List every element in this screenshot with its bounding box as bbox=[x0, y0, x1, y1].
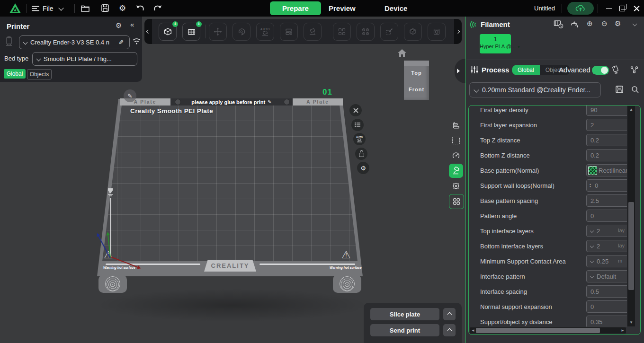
param-spinner-field[interactable]: ▴▾0 bbox=[586, 179, 627, 192]
send-print-button[interactable]: Send print bbox=[370, 324, 439, 336]
filament-dropdown-arrow-icon[interactable]: ▼ bbox=[517, 45, 520, 49]
param-input-field[interactable]: 90 bbox=[586, 106, 627, 116]
support-tool-button[interactable] bbox=[449, 164, 463, 178]
horizontal-scrollbar[interactable]: ◄ ► bbox=[470, 327, 626, 334]
orientation-cube-front-label[interactable]: Front bbox=[404, 87, 429, 92]
scroll-right-arrow-icon[interactable]: ► bbox=[621, 329, 625, 333]
rotate-button[interactable] bbox=[233, 23, 250, 41]
file-menu-chevron-icon[interactable] bbox=[58, 5, 63, 10]
param-input-field[interactable]: 0.35 bbox=[586, 316, 627, 327]
param-input-field[interactable]: 0.2 bbox=[586, 134, 627, 146]
save-icon[interactable] bbox=[101, 4, 109, 12]
param-pattern-field[interactable]: Rectilinear bbox=[586, 164, 627, 176]
add-plate-button[interactable]: + bbox=[182, 23, 200, 41]
delete-plate-button[interactable] bbox=[349, 104, 362, 117]
remove-filament-icon[interactable]: ⊖ bbox=[601, 19, 608, 28]
param-select-field[interactable]: 2lay bbox=[586, 240, 627, 252]
scroll-left-arrow-icon[interactable]: ◄ bbox=[471, 329, 475, 333]
move-button[interactable] bbox=[209, 23, 227, 41]
param-input-field[interactable]: 0 bbox=[586, 210, 627, 222]
home-view-icon[interactable] bbox=[397, 49, 407, 58]
save-preset-icon[interactable] bbox=[615, 85, 624, 94]
printer-scope-tab-global[interactable]: Global bbox=[4, 69, 26, 79]
auto-orient-button[interactable]: AUTO bbox=[256, 23, 274, 41]
settings-gear-icon[interactable]: ⚙ bbox=[119, 3, 126, 13]
param-select-field[interactable]: Default bbox=[586, 270, 627, 282]
collapse-panel-icon[interactable]: « bbox=[130, 20, 134, 28]
param-input-field[interactable]: 0.2 bbox=[586, 149, 627, 161]
flush-faucet-icon[interactable] bbox=[571, 20, 579, 29]
param-select-field[interactable]: 2lay bbox=[586, 225, 627, 237]
param-input-field[interactable]: 2 bbox=[586, 119, 627, 131]
ams-sync-icon[interactable] bbox=[554, 20, 564, 29]
tab-preview[interactable]: Preview bbox=[329, 4, 356, 12]
plate-edit-button[interactable]: ✎ bbox=[124, 89, 136, 102]
horizontal-scrollbar-thumb[interactable] bbox=[476, 328, 600, 333]
printer-settings-gear-icon[interactable]: ⚙ bbox=[116, 21, 122, 30]
close-button[interactable] bbox=[630, 0, 643, 17]
search-parameters-icon[interactable] bbox=[631, 85, 639, 94]
plate-auto-orient-button[interactable]: AUTO bbox=[353, 132, 366, 146]
open-file-icon[interactable] bbox=[80, 4, 90, 12]
tab-prepare[interactable]: Prepare bbox=[270, 1, 321, 15]
process-preset-select[interactable]: 0.20mm Standard @Creality Ender... bbox=[469, 82, 601, 97]
split-to-parts-button[interactable] bbox=[357, 23, 375, 41]
minimize-button[interactable] bbox=[602, 0, 616, 17]
plate-settings-button[interactable]: ⚙ bbox=[357, 161, 370, 175]
param-input-field[interactable]: 2.5 bbox=[586, 194, 627, 207]
restore-button[interactable] bbox=[616, 0, 629, 17]
process-scope-global[interactable]: Global bbox=[512, 65, 540, 75]
filament-slot-1[interactable]: 1 Hyper PLA @... ▼ bbox=[480, 34, 511, 53]
file-menu[interactable]: File bbox=[32, 0, 54, 17]
seam-tool-button[interactable] bbox=[449, 179, 463, 193]
printer-panel: Printer ⚙ « Creality Ender-3 V3 SE 0.4 n… bbox=[0, 17, 142, 82]
assembly-view-button[interactable] bbox=[428, 23, 446, 41]
toolbar-scroll-right-button[interactable] bbox=[454, 19, 462, 44]
selection-tool-button[interactable] bbox=[449, 133, 463, 148]
orientation-cube[interactable]: Top Front bbox=[404, 61, 429, 100]
add-filament-icon[interactable]: ⊕ bbox=[587, 19, 593, 28]
send-options-button[interactable] bbox=[443, 324, 456, 336]
edit-printer-pencil-icon[interactable]: ✎ bbox=[118, 39, 124, 46]
param-select-field[interactable]: 0.25m bbox=[586, 255, 627, 267]
cloud-upload-button[interactable] bbox=[567, 2, 594, 15]
workflow-compare-icon[interactable] bbox=[630, 65, 639, 74]
undo-icon[interactable] bbox=[135, 4, 145, 12]
plate-settings-list-button[interactable] bbox=[351, 118, 364, 132]
panel-expand-handle[interactable] bbox=[455, 59, 465, 83]
toolbar-scroll-left-button[interactable] bbox=[144, 19, 152, 44]
filament-collapse-chevron-icon[interactable] bbox=[633, 22, 637, 26]
support-paint-button[interactable] bbox=[404, 23, 422, 41]
parameter-list[interactable]: First layer density90First layer expansi… bbox=[469, 106, 627, 327]
param-input-field[interactable]: 0.5 bbox=[586, 285, 627, 298]
slice-options-button[interactable] bbox=[443, 308, 456, 320]
filament-settings-gear-icon[interactable]: ⚙ bbox=[615, 19, 621, 28]
arrange-button[interactable] bbox=[280, 23, 298, 41]
add-model-button[interactable]: + bbox=[159, 23, 177, 41]
multi-plate-tool-button[interactable] bbox=[449, 194, 464, 209]
tab-device[interactable]: Device bbox=[385, 4, 407, 12]
orientation-cube-top-label[interactable]: Top bbox=[404, 70, 429, 76]
wifi-icon[interactable] bbox=[132, 37, 141, 45]
slice-plate-button[interactable]: Slice plate bbox=[370, 308, 439, 320]
vertical-scrollbar[interactable]: ▲ ▼ bbox=[627, 106, 635, 326]
split-to-objects-button[interactable] bbox=[333, 23, 351, 41]
printer-select[interactable]: Creality Ender-3 V3 SE 0.4 n ✎ bbox=[19, 35, 130, 49]
build-plate[interactable]: A Plate please apply glue before print ✎… bbox=[96, 93, 366, 296]
speed-gauge-tool-button[interactable] bbox=[449, 149, 463, 163]
lay-on-face-button[interactable] bbox=[304, 23, 322, 41]
scroll-down-arrow-icon[interactable]: ▼ bbox=[629, 321, 633, 325]
redo-icon[interactable] bbox=[153, 4, 162, 12]
vertical-scrollbar-thumb[interactable] bbox=[628, 202, 634, 290]
printer-scope-tab-objects[interactable]: Objects bbox=[27, 69, 52, 79]
scroll-up-arrow-icon[interactable]: ▲ bbox=[629, 108, 633, 112]
scale-to-fit-button[interactable] bbox=[380, 23, 398, 41]
spinner-arrows-icon[interactable]: ▴▾ bbox=[590, 183, 591, 188]
param-input-field[interactable]: 0 bbox=[586, 300, 627, 313]
orientation-cube-top-face[interactable] bbox=[404, 61, 429, 66]
bed-type-select[interactable]: Smooth PEI Plate / Hig... bbox=[32, 52, 137, 66]
parameter-table-icon[interactable] bbox=[612, 65, 621, 74]
layer-compare-tool-button[interactable] bbox=[449, 118, 463, 132]
plate-lock-button[interactable] bbox=[355, 147, 368, 160]
advanced-toggle[interactable] bbox=[592, 66, 609, 75]
